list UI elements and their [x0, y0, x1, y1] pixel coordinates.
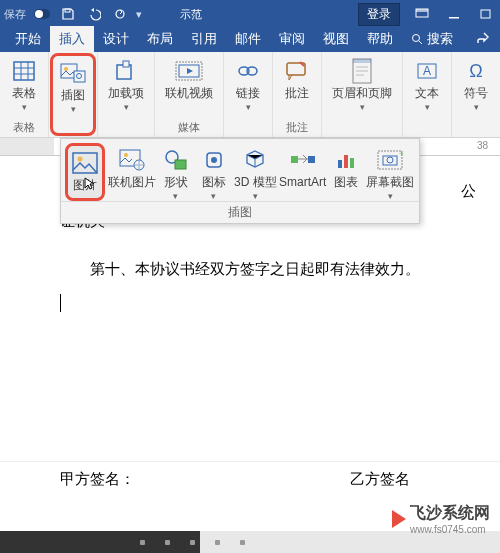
illustrations-icon: [59, 59, 87, 87]
chart-icon: [332, 146, 360, 174]
tables-button[interactable]: 表格 ▾: [4, 54, 44, 120]
pictures-button[interactable]: 图片: [65, 143, 105, 201]
table-icon: [10, 57, 38, 85]
save-label: 保存: [4, 7, 26, 22]
header-footer-button[interactable]: 页眉和页脚 ▾: [326, 54, 398, 137]
svg-rect-2: [65, 9, 70, 12]
ribbon-group-illustrations: 插图 ▾: [49, 52, 98, 137]
screenshot-button[interactable]: + 屏幕截图 ▾: [365, 143, 415, 201]
titlebar: 保存 ▾ 示范 登录: [0, 0, 500, 28]
watermark-logo-icon: [392, 510, 406, 528]
chevron-down-icon: ▾: [124, 102, 129, 112]
autosave-toggle-icon[interactable]: [32, 4, 52, 24]
ribbon-group-symbols: Ω 符号 ▾: [452, 52, 500, 137]
svg-point-8: [413, 35, 420, 42]
cursor-position: [60, 288, 446, 318]
cursor-pointer-icon: [84, 177, 96, 191]
svg-point-34: [211, 157, 217, 163]
tab-layout[interactable]: 布局: [138, 26, 182, 52]
chevron-down-icon: ▾: [211, 191, 216, 201]
svg-rect-12: [74, 71, 85, 82]
tab-insert[interactable]: 插入: [50, 26, 94, 52]
undo-icon[interactable]: [84, 4, 104, 24]
icons-icon: [200, 146, 228, 174]
ruler-mark: 38: [477, 140, 488, 151]
ribbon-group-text: A 文本 ▾: [403, 52, 452, 137]
party-a-sign-label: 甲方签名：: [60, 470, 135, 489]
svg-rect-39: [350, 158, 354, 168]
svg-point-29: [124, 153, 128, 157]
svg-point-42: [387, 157, 393, 163]
links-button[interactable]: 链接 ▾: [228, 54, 268, 137]
comment-icon: [283, 57, 311, 85]
addins-button[interactable]: 加载项 ▾: [102, 54, 150, 137]
chart-button[interactable]: 图表: [327, 143, 365, 201]
picture-icon: [71, 149, 99, 177]
tab-references[interactable]: 引用: [182, 26, 226, 52]
ribbon-group-addins: 加载项 ▾: [98, 52, 155, 137]
svg-rect-22: [353, 59, 371, 63]
share-icon[interactable]: [466, 27, 500, 52]
svg-rect-38: [344, 155, 348, 168]
online-video-button[interactable]: 联机视频: [159, 54, 219, 120]
chevron-down-icon: ▾: [253, 191, 258, 201]
addins-icon: [112, 57, 140, 85]
symbols-button[interactable]: Ω 符号 ▾: [456, 54, 496, 137]
save-icon[interactable]: [58, 4, 78, 24]
ribbon-group-links: 链接 ▾: [224, 52, 273, 137]
link-icon: [234, 57, 262, 85]
header-footer-icon: [348, 57, 376, 85]
tab-design[interactable]: 设计: [94, 26, 138, 52]
ribbon: 表格 ▾ 表格 插图 ▾ 加载项 ▾: [0, 52, 500, 138]
popout-group-label: 插图: [61, 201, 419, 223]
watermark: 飞沙系统网 www.fs0745.com: [392, 503, 490, 535]
svg-rect-5: [416, 9, 428, 12]
shapes-button[interactable]: 形状 ▾: [157, 143, 195, 201]
svg-rect-37: [338, 160, 342, 168]
chevron-down-icon: ▾: [173, 191, 178, 201]
minimize-icon[interactable]: [444, 4, 464, 24]
redo-icon[interactable]: [110, 4, 130, 24]
chevron-down-icon: ▾: [360, 102, 365, 112]
ribbon-group-headerfooter: 页眉和页脚 ▾: [322, 52, 403, 137]
illustrations-button[interactable]: 插图 ▾: [50, 53, 96, 136]
search-box[interactable]: 搜索: [402, 26, 462, 52]
icons-button[interactable]: 图标 ▾: [195, 143, 233, 201]
svg-text:+: +: [399, 150, 403, 159]
qat-dd-label[interactable]: ▾: [136, 8, 142, 21]
svg-rect-9: [14, 62, 34, 80]
tab-view[interactable]: 视图: [314, 26, 358, 52]
ribbon-group-comments: 批注 批注: [273, 52, 322, 137]
screenshot-icon: +: [376, 146, 404, 174]
chevron-down-icon: ▾: [246, 102, 251, 112]
smartart-button[interactable]: SmartArt: [278, 143, 327, 201]
party-b-sign-label: 乙方签名: [350, 470, 410, 489]
text-button[interactable]: A 文本 ▾: [407, 54, 447, 137]
chevron-down-icon: ▾: [425, 102, 430, 112]
svg-point-1: [35, 10, 43, 18]
tab-mailings[interactable]: 邮件: [226, 26, 270, 52]
tab-home[interactable]: 开始: [6, 26, 50, 52]
smartart-icon: [289, 146, 317, 174]
tab-help[interactable]: 帮助: [358, 26, 402, 52]
online-picture-icon: [118, 146, 146, 174]
maximize-icon[interactable]: [476, 4, 496, 24]
svg-text:A: A: [423, 64, 431, 78]
svg-point-27: [78, 157, 83, 162]
login-button[interactable]: 登录: [358, 3, 400, 26]
online-pictures-button[interactable]: 联机图片: [107, 143, 157, 201]
comment-button[interactable]: 批注: [277, 54, 317, 120]
ribbon-display-icon[interactable]: [412, 4, 432, 24]
svg-rect-15: [123, 61, 129, 67]
svg-rect-6: [449, 17, 459, 19]
signature-row: 甲方签名： 乙方签名: [0, 461, 500, 497]
search-icon: [411, 33, 423, 45]
chevron-down-icon: ▾: [474, 102, 479, 112]
svg-rect-35: [291, 156, 298, 163]
3d-models-button[interactable]: 3D 模型 ▾: [233, 143, 279, 201]
doc-paragraph: 第十、本协议书经双方签字之日起即有法律效力。: [60, 254, 446, 284]
svg-text:Ω: Ω: [469, 61, 482, 81]
textbox-icon: A: [413, 57, 441, 85]
chevron-down-icon: ▾: [71, 104, 76, 114]
tab-review[interactable]: 审阅: [270, 26, 314, 52]
